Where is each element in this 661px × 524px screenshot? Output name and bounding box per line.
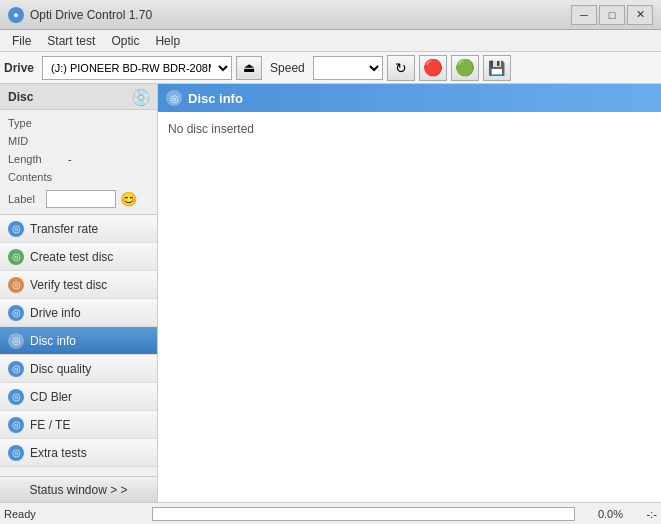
menu-file[interactable]: File <box>4 32 39 50</box>
nav-label-transfer-rate: Transfer rate <box>30 222 98 236</box>
content-header-title: Disc info <box>188 91 243 106</box>
nav-label-fe-te: FE / TE <box>30 418 70 432</box>
nav-item-drive-info[interactable]: ◎ Drive info <box>0 299 157 327</box>
green-circle-icon: 🟢 <box>455 58 475 77</box>
speed-select[interactable] <box>313 56 383 80</box>
nav-label-verify-test-disc: Verify test disc <box>30 278 107 292</box>
create-test-disc-icon: ◎ <box>8 249 24 265</box>
refresh-button[interactable]: ↻ <box>387 55 415 81</box>
close-button[interactable]: ✕ <box>627 5 653 25</box>
progress-bar-container <box>152 507 575 521</box>
disc-info-fields: Type MID Length - Contents Label 😊 <box>0 110 157 215</box>
eject-button[interactable]: ⏏ <box>236 56 262 80</box>
status-text: Ready <box>4 508 144 520</box>
drive-select[interactable]: (J:) PIONEER BD-RW BDR-208M 1.50 <box>42 56 232 80</box>
transfer-rate-icon: ◎ <box>8 221 24 237</box>
menu-bar: File Start test Optic Help <box>0 30 661 52</box>
title-bar: ● Opti Drive Control 1.70 ─ □ ✕ <box>0 0 661 30</box>
progress-label: 0.0% <box>583 508 623 520</box>
fe-te-icon: ◎ <box>8 417 24 433</box>
content-header: ◎ Disc info <box>158 84 661 112</box>
nav-item-disc-info[interactable]: ◎ Disc info <box>0 327 157 355</box>
disc-field-label: Label 😊 <box>8 188 149 210</box>
drive-info-icon: ◎ <box>8 305 24 321</box>
status-right-text: -:- <box>627 508 657 520</box>
drive-label: Drive <box>4 61 34 75</box>
app-title: Opti Drive Control 1.70 <box>30 8 571 22</box>
nav-item-fe-te[interactable]: ◎ FE / TE <box>0 411 157 439</box>
nav-item-transfer-rate[interactable]: ◎ Transfer rate <box>0 215 157 243</box>
label-icon-button[interactable]: 😊 <box>118 189 138 209</box>
disc-field-mid: MID <box>8 132 149 150</box>
content-body: No disc inserted <box>158 112 661 502</box>
content-area: ◎ Disc info No disc inserted <box>158 84 661 502</box>
nav-label-cd-bler: CD Bler <box>30 390 72 404</box>
disc-field-contents: Contents <box>8 168 149 186</box>
nav-label-extra-tests: Extra tests <box>30 446 87 460</box>
menu-start-test[interactable]: Start test <box>39 32 103 50</box>
label-input[interactable] <box>46 190 116 208</box>
nav-item-create-test-disc[interactable]: ◎ Create test disc <box>0 243 157 271</box>
mid-key: MID <box>8 135 68 147</box>
save-button[interactable]: 💾 <box>483 55 511 81</box>
nav-item-extra-tests[interactable]: ◎ Extra tests <box>0 439 157 467</box>
nav-item-verify-test-disc[interactable]: ◎ Verify test disc <box>0 271 157 299</box>
icon-btn-1[interactable]: 🔴 <box>419 55 447 81</box>
nav-item-cd-bler[interactable]: ◎ CD Bler <box>0 383 157 411</box>
no-disc-message: No disc inserted <box>168 122 254 136</box>
speed-label: Speed <box>270 61 305 75</box>
disc-info-icon: ◎ <box>8 333 24 349</box>
length-key: Length <box>8 153 68 165</box>
nav-label-create-test-disc: Create test disc <box>30 250 113 264</box>
eject-icon: ⏏ <box>243 60 255 75</box>
disc-label: Disc <box>8 90 33 104</box>
sidebar: Disc 💿 Type MID Length - Contents Label <box>0 84 158 502</box>
save-icon: 💾 <box>488 60 505 76</box>
disc-icon[interactable]: 💿 <box>131 88 149 106</box>
main-layout: Disc 💿 Type MID Length - Contents Label <box>0 84 661 502</box>
menu-help[interactable]: Help <box>147 32 188 50</box>
menu-optic[interactable]: Optic <box>103 32 147 50</box>
nav-label-drive-info: Drive info <box>30 306 81 320</box>
status-window-label: Status window > > <box>29 483 127 497</box>
toolbar: Drive (J:) PIONEER BD-RW BDR-208M 1.50 ⏏… <box>0 52 661 84</box>
contents-key: Contents <box>8 171 68 183</box>
red-circle-icon: 🔴 <box>423 58 443 77</box>
maximize-button[interactable]: □ <box>599 5 625 25</box>
label-key: Label <box>8 193 46 205</box>
disc-field-type: Type <box>8 114 149 132</box>
disc-field-length: Length - <box>8 150 149 168</box>
nav-label-disc-info: Disc info <box>30 334 76 348</box>
length-value: - <box>68 153 72 165</box>
app-icon: ● <box>8 7 24 23</box>
disc-quality-icon: ◎ <box>8 361 24 377</box>
status-window-button[interactable]: Status window > > <box>0 476 157 502</box>
content-header-icon: ◎ <box>166 90 182 106</box>
status-bar: Ready 0.0% -:- <box>0 502 661 524</box>
cd-bler-icon: ◎ <box>8 389 24 405</box>
extra-tests-icon: ◎ <box>8 445 24 461</box>
nav-item-disc-quality[interactable]: ◎ Disc quality <box>0 355 157 383</box>
nav-label-disc-quality: Disc quality <box>30 362 91 376</box>
nav-items: ◎ Transfer rate ◎ Create test disc ◎ Ver… <box>0 215 157 476</box>
type-key: Type <box>8 117 68 129</box>
disc-header: Disc 💿 <box>0 84 157 110</box>
verify-test-disc-icon: ◎ <box>8 277 24 293</box>
window-controls: ─ □ ✕ <box>571 5 653 25</box>
icon-btn-2[interactable]: 🟢 <box>451 55 479 81</box>
refresh-icon: ↻ <box>395 60 407 76</box>
minimize-button[interactable]: ─ <box>571 5 597 25</box>
